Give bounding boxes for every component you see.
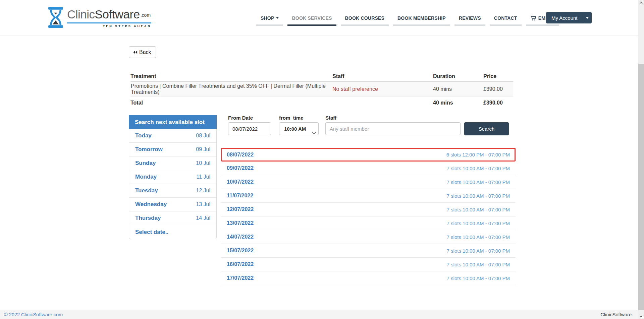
total-label: Total [130,100,332,106]
nav-item-label: BOOK MEMBERSHIP [397,15,446,21]
quick-slot-date: 09 Jul [196,146,210,152]
double-left-arrow-icon [132,50,138,55]
quick-slot-day: Monday [135,174,157,180]
availability-date-link[interactable]: 09/07/2022 [227,165,254,171]
availability-row[interactable]: 15/07/20227 slots 10:00 AM - 07:00 PM [221,244,516,258]
footer: © 2022 ClinicSoftware.com ClinicSoftware [0,310,638,319]
staff-input[interactable] [325,122,461,135]
availability-slots-label: 7 slots 10:00 AM - 07:00 PM [447,179,510,185]
nav-item-book-membership[interactable]: BOOK MEMBERSHIP [393,0,450,36]
availability-list: 08/07/20226 slots 12:00 PM - 07:00 PM09/… [221,148,516,285]
nav-item-label: CONTACT [494,15,517,21]
staff-cell: No staff preference [332,86,433,92]
quick-slot-date: 14 Jul [196,215,210,221]
quick-slot-wednesday[interactable]: Wednesday13 Jul [129,198,216,211]
vertical-scrollbar[interactable] [638,0,644,319]
caret-down-icon [276,17,279,19]
availability-row[interactable]: 16/07/20227 slots 10:00 AM - 07:00 PM [221,258,516,271]
select-date-label: Select date.. [135,229,168,236]
quick-slot-monday[interactable]: Monday11 Jul [129,170,216,184]
availability-row[interactable]: 12/07/20227 slots 10:00 AM - 07:00 PM [221,203,516,216]
caret-down-icon [586,17,589,19]
my-account-label: My Account [551,15,578,21]
quick-slot-tuesday[interactable]: Tuesday12 Jul [129,184,216,198]
quick-slot-day: Wednesday [135,201,167,208]
chevron-up-icon [640,2,643,4]
nav-item-contact[interactable]: CONTACT [490,0,522,36]
quick-slot-panel: Search next available slot Today08 JulTo… [129,115,217,239]
quick-slot-today[interactable]: Today08 Jul [129,129,216,143]
availability-date-link[interactable]: 15/07/2022 [227,248,254,254]
nav-underline [454,24,485,26]
back-button[interactable]: Back [129,46,156,58]
quick-slot-thursday[interactable]: Thursday14 Jul [129,211,216,225]
quick-slot-tomorrow[interactable]: Tomorrow09 Jul [129,143,216,156]
my-account-dropdown-toggle[interactable] [583,12,592,23]
page: ClinicSoftware.com TEN STEPS AHEAD SHOPB… [0,0,644,319]
table-header-row: Treatment Staff Duration Price [130,71,513,82]
main-nav: SHOPBOOK SERVICESBOOK COURSESBOOK MEMBER… [256,0,564,36]
scroll-up-button[interactable] [638,0,644,6]
total-price: £390.00 [483,100,513,106]
availability-slots-label: 7 slots 10:00 AM - 07:00 PM [447,207,510,212]
quick-slot-day: Sunday [135,160,156,167]
quick-slot-day: Tuesday [135,187,158,194]
availability-date-link[interactable]: 10/07/2022 [227,179,254,185]
hourglass-logo-icon [47,7,64,28]
logo-tld: .com [141,8,151,22]
availability-slots-label: 7 slots 10:00 AM - 07:00 PM [447,275,510,281]
table-total-row: Total 40 mins £390.00 [130,97,513,109]
from-time-field-group: from_time 10:00 AM [279,115,319,135]
scroll-down-button[interactable] [638,313,644,319]
staff-label: Staff [325,115,461,121]
availability-date-link[interactable]: 13/07/2022 [227,220,254,226]
from-date-label: From Date [228,115,271,121]
nav-item-reviews[interactable]: REVIEWS [454,0,485,36]
quick-slot-sunday[interactable]: Sunday10 Jul [129,156,216,170]
nav-underline [256,24,283,26]
search-button[interactable]: Search [464,122,509,135]
availability-row[interactable]: 09/07/20227 slots 10:00 AM - 07:00 PM [221,162,516,175]
footer-copyright-link[interactable]: © 2022 ClinicSoftware.com [4,312,63,317]
nav-underline [526,24,559,26]
availability-date-link[interactable]: 14/07/2022 [227,234,254,240]
availability-row[interactable]: 14/07/20227 slots 10:00 AM - 07:00 PM [221,230,516,244]
nav-item-book-courses[interactable]: BOOK COURSES [341,0,389,36]
nav-underline [393,24,450,26]
col-header-staff: Staff [332,73,433,79]
quick-slot-day: Today [135,132,152,139]
chevron-down-icon [640,315,643,317]
nav-underline [490,24,522,26]
availability-row[interactable]: 13/07/20227 slots 10:00 AM - 07:00 PM [221,216,516,230]
availability-date-link[interactable]: 12/07/2022 [227,206,254,212]
availability-date-link[interactable]: 16/07/2022 [227,261,254,267]
quick-slot-date: 13 Jul [196,201,210,207]
availability-row[interactable]: 11/07/20227 slots 10:00 AM - 07:00 PM [221,189,516,203]
logo-brand-software: Software [95,7,140,22]
col-header-price: Price [483,73,513,79]
total-duration: 40 mins [433,100,483,106]
table-row: Promotions | Combine Filler Treatments a… [130,82,513,97]
nav-item-label: BOOK SERVICES [292,15,332,21]
nav-item-label: REVIEWS [459,15,481,21]
header: ClinicSoftware.com TEN STEPS AHEAD SHOPB… [0,0,638,36]
back-label: Back [139,49,151,55]
scrollbar-thumb[interactable] [638,64,644,310]
quick-slot-date: 10 Jul [196,160,210,166]
my-account-button[interactable]: My Account [546,12,583,23]
availability-date-link[interactable]: 08/07/2022 [227,152,254,158]
availability-row[interactable]: 08/07/20226 slots 12:00 PM - 07:00 PM [221,148,516,162]
quick-slot-select-date[interactable]: Select date.. [129,225,216,239]
from-time-select[interactable]: 10:00 AM [279,122,319,135]
logo[interactable]: ClinicSoftware.com TEN STEPS AHEAD [47,7,151,28]
nav-underline [341,24,389,26]
availability-date-link[interactable]: 11/07/2022 [227,193,253,199]
availability-date-link[interactable]: 17/07/2022 [227,275,254,281]
availability-row[interactable]: 17/07/20227 slots 10:00 AM - 07:00 PM [221,271,516,285]
logo-text: ClinicSoftware.com TEN STEPS AHEAD [67,7,151,28]
from-date-input[interactable] [228,122,271,135]
quick-slot-panel-title: Search next available slot [129,115,217,129]
nav-item-shop[interactable]: SHOP [256,0,283,36]
availability-row[interactable]: 10/07/20227 slots 10:00 AM - 07:00 PM [221,175,516,189]
nav-item-book-services[interactable]: BOOK SERVICES [287,0,336,36]
